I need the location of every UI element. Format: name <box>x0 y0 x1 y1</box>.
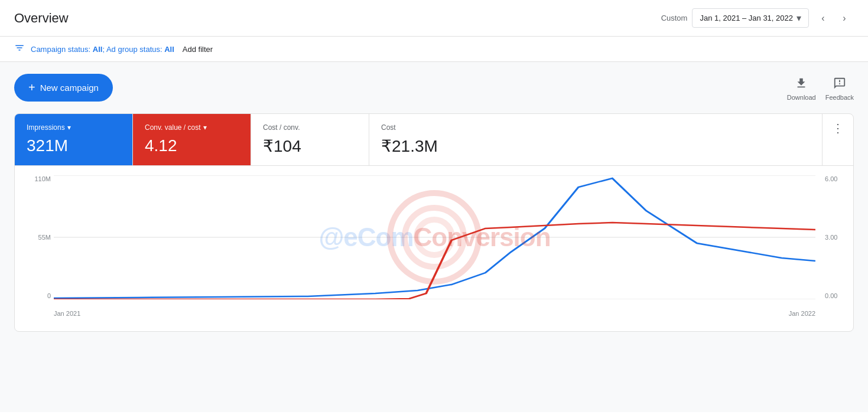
x-label-end: Jan 2022 <box>789 310 815 317</box>
cost-per-conv-tile: Cost / conv. ₹104 <box>251 114 369 165</box>
new-campaign-label: New campaign <box>40 83 99 93</box>
filter-status-text[interactable]: Campaign status: All; Ad group status: A… <box>31 45 174 54</box>
next-period-button[interactable]: › <box>835 9 854 28</box>
chevron-down-icon: ▾ <box>203 123 207 132</box>
date-range-text: Jan 1, 2021 – Jan 31, 2022 <box>700 14 793 22</box>
y-right-bot: 0.00 <box>825 292 844 299</box>
new-campaign-button[interactable]: + New campaign <box>14 74 113 102</box>
conv-value-cost-label[interactable]: Conv. value / cost ▾ <box>145 123 239 132</box>
date-picker[interactable]: Jan 1, 2021 – Jan 31, 2022 ▾ <box>692 8 809 28</box>
chart-container: 110M 55M 0 6.00 3.00 0.00 <box>24 175 844 317</box>
cost-per-conv-value: ₹104 <box>263 136 357 156</box>
metrics-row: Impressions ▾ 321M Conv. value / cost ▾ … <box>15 114 853 166</box>
conv-value-cost-value: 4.12 <box>145 136 239 155</box>
y-left-mid: 55M <box>24 234 51 241</box>
feedback-icon <box>831 75 848 92</box>
y-right-mid: 3.00 <box>825 234 844 241</box>
cost-value: ₹21.3M <box>381 136 810 156</box>
prev-period-button[interactable]: ‹ <box>814 9 833 28</box>
y-left-top: 110M <box>24 175 51 182</box>
download-icon <box>793 75 810 92</box>
add-filter-button[interactable]: Add filter <box>183 45 213 54</box>
adgroup-status-value: All <box>164 45 174 54</box>
chevron-down-icon: ▾ <box>797 12 801 24</box>
impressions-label[interactable]: Impressions ▾ <box>27 123 121 132</box>
cost-tile: Cost ₹21.3M <box>369 114 823 165</box>
conv-value-cost-tile: Conv. value / cost ▾ 4.12 <box>133 114 251 165</box>
x-axis: Jan 2021 Jan 2022 <box>54 310 815 317</box>
y-axis-right: 6.00 3.00 0.00 <box>820 175 844 299</box>
page-title: Overview <box>14 11 69 26</box>
main-content: + New campaign Download Feedback <box>0 62 868 412</box>
more-options-button[interactable]: ⋮ <box>823 114 853 142</box>
filter-bar: Campaign status: All; Ad group status: A… <box>0 37 868 62</box>
chart-svg <box>54 175 815 299</box>
chevron-down-icon: ▾ <box>67 123 71 132</box>
cost-per-conv-label: Cost / conv. <box>263 123 357 132</box>
toolbar-actions: Download Feedback <box>787 75 854 101</box>
feedback-button[interactable]: Feedback <box>825 75 854 101</box>
filter-icon <box>14 43 25 55</box>
date-label: Custom <box>661 14 688 22</box>
y-left-bot: 0 <box>24 292 51 299</box>
y-axis-left: 110M 55M 0 <box>24 175 51 299</box>
plus-icon: + <box>28 81 35 94</box>
download-button[interactable]: Download <box>787 75 816 101</box>
y-right-top: 6.00 <box>825 175 844 182</box>
chart-area: 110M 55M 0 6.00 3.00 0.00 <box>15 166 853 331</box>
toolbar: + New campaign Download Feedback <box>14 74 854 102</box>
cost-label: Cost <box>381 123 810 132</box>
campaign-status-value: All <box>93 45 103 54</box>
top-bar: Overview Custom Jan 1, 2021 – Jan 31, 20… <box>0 0 868 37</box>
x-label-start: Jan 2021 <box>54 310 80 317</box>
top-bar-right: Custom Jan 1, 2021 – Jan 31, 2022 ▾ ‹ › <box>661 8 854 28</box>
impressions-value: 321M <box>27 136 121 155</box>
feedback-label: Feedback <box>825 94 854 101</box>
overview-card: Impressions ▾ 321M Conv. value / cost ▾ … <box>14 113 854 332</box>
impressions-tile: Impressions ▾ 321M <box>15 114 133 165</box>
nav-arrows: ‹ › <box>814 9 854 28</box>
download-label: Download <box>787 94 816 101</box>
